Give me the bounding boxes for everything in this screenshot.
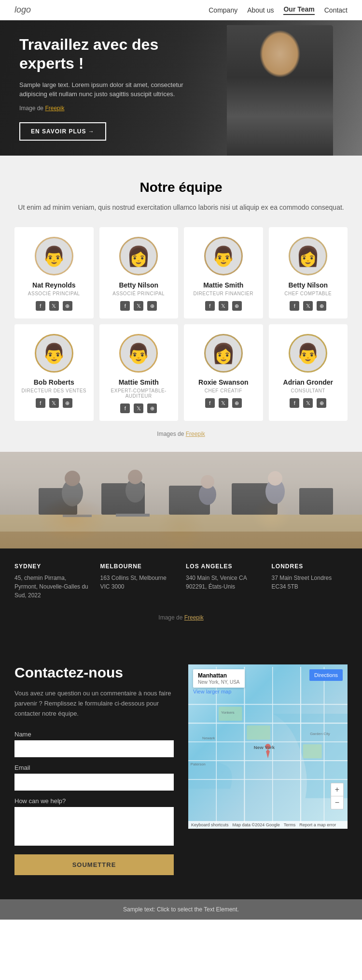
instagram-icon[interactable]: ⊕ xyxy=(232,301,242,311)
map-zoom-in[interactable]: + xyxy=(331,783,343,796)
avatar-circle: 👩 xyxy=(119,237,158,275)
facebook-icon[interactable]: f xyxy=(205,301,215,311)
facebook-icon[interactable]: f xyxy=(36,301,45,311)
member-name: Mattie Smith xyxy=(119,378,159,386)
twitter-icon[interactable]: 𝕏 xyxy=(303,301,313,311)
twitter-icon[interactable]: 𝕏 xyxy=(49,301,59,311)
svg-rect-7 xyxy=(299,488,333,515)
social-icons: f 𝕏 ⊕ xyxy=(36,398,72,408)
facebook-icon[interactable]: f xyxy=(36,398,45,408)
svg-rect-17 xyxy=(116,514,150,517)
nav-company[interactable]: Company xyxy=(209,6,237,14)
member-name: Roxie Swanson xyxy=(198,378,248,386)
nav-ourteam[interactable]: Our Team xyxy=(283,5,314,15)
hero-section: Travaillez avec des experts ! Sample lar… xyxy=(0,20,362,156)
nav-contact[interactable]: Contact xyxy=(324,6,348,14)
email-field-group: Email xyxy=(14,764,174,791)
email-label: Email xyxy=(14,764,174,771)
social-icons: f 𝕏 ⊕ xyxy=(205,398,242,408)
avatar-circle: 👨 xyxy=(289,334,327,373)
office-item: SYDNEY 45, chemin Pirrama, Pyrmont, Nouv… xyxy=(14,563,91,600)
hero-cta-button[interactable]: EN SAVOIR PLUS → xyxy=(19,122,106,141)
avatar-circle: 👨 xyxy=(35,237,73,275)
office-city: SYDNEY xyxy=(14,563,91,570)
member-name: Betty Nilson xyxy=(288,281,328,289)
name-label: Name xyxy=(14,731,174,738)
map-zoom-out[interactable]: − xyxy=(331,796,343,809)
svg-point-15 xyxy=(268,471,282,486)
map-footer: Keyboard shortcuts Map data ©2024 Google… xyxy=(188,821,348,829)
avatar-circle: 👩 xyxy=(289,237,327,275)
offices-grid: SYDNEY 45, chemin Pirrama, Pyrmont, Nouv… xyxy=(0,563,362,609)
svg-rect-1 xyxy=(0,515,362,534)
svg-rect-29 xyxy=(247,726,270,740)
footer-text: Sample text: Click to select the Text El… xyxy=(14,906,348,913)
instagram-icon[interactable]: ⊕ xyxy=(63,301,72,311)
instagram-icon[interactable]: ⊕ xyxy=(147,404,157,413)
message-textarea[interactable] xyxy=(14,807,174,846)
member-name: Nat Reynolds xyxy=(32,281,75,289)
social-icons: f 𝕏 ⊕ xyxy=(290,398,326,408)
facebook-icon[interactable]: f xyxy=(290,301,299,311)
member-role: CHEF CRÉATIF xyxy=(205,388,242,393)
twitter-icon[interactable]: 𝕏 xyxy=(219,398,228,408)
contact-map-area: New York Newark Yonkers Garden City Pate… xyxy=(188,664,348,875)
hero-credit: Image de Freepik xyxy=(19,104,183,113)
office-image xyxy=(0,452,362,548)
avatar-image: 👨 xyxy=(206,238,241,274)
team-subtitle: Ut enim ad minim veniam, quis nostrud ex… xyxy=(14,202,348,213)
twitter-icon[interactable]: 𝕏 xyxy=(219,301,228,311)
instagram-icon[interactable]: ⊕ xyxy=(317,398,326,408)
twitter-icon[interactable]: 𝕏 xyxy=(134,404,143,413)
contact-section: Contactez-nous Vous avez une question ou… xyxy=(0,645,362,899)
member-role: CHEF COMPTABLE xyxy=(284,291,332,296)
avatar-image: 👨 xyxy=(290,335,326,371)
map-container: New York Newark Yonkers Garden City Pate… xyxy=(188,664,348,829)
map-label: Manhattan New York, NY, USA xyxy=(193,669,245,688)
facebook-icon[interactable]: f xyxy=(120,301,130,311)
team-title: Notre équipe xyxy=(14,180,348,195)
member-name: Bob Roberts xyxy=(34,378,74,386)
svg-point-9 xyxy=(65,471,80,486)
hero-content: Travaillez avec des experts ! Sample lar… xyxy=(0,20,203,156)
team-credit-link[interactable]: Freepik xyxy=(186,431,205,437)
email-input[interactable] xyxy=(14,774,174,791)
member-role: ASSOCIÉ PRINCIPAL xyxy=(112,291,165,296)
instagram-icon[interactable]: ⊕ xyxy=(232,398,242,408)
contact-title: Contactez-nous xyxy=(14,664,174,681)
team-card: 👩 Betty Nilson CHEF COMPTABLE f 𝕏 ⊕ xyxy=(269,227,348,318)
facebook-icon[interactable]: f xyxy=(205,398,215,408)
twitter-icon[interactable]: 𝕏 xyxy=(49,398,59,408)
dark-credit-link[interactable]: Freepik xyxy=(184,614,204,621)
team-card: 👨 Adrian Gronder CONSULTANT f 𝕏 ⊕ xyxy=(269,324,348,421)
map-directions-button[interactable]: Directions xyxy=(309,669,343,681)
member-role: CONSULTANT xyxy=(291,388,325,393)
instagram-icon[interactable]: ⊕ xyxy=(63,398,72,408)
map-zoom-controls: + − xyxy=(331,783,344,809)
instagram-icon[interactable]: ⊕ xyxy=(147,301,157,311)
member-name: Betty Nilson xyxy=(119,281,158,289)
facebook-icon[interactable]: f xyxy=(290,398,299,408)
avatar-image: 👩 xyxy=(290,238,326,274)
office-address: 163 Collins St, Melbourne VIC 3000 xyxy=(100,574,177,591)
nav-about[interactable]: About us xyxy=(247,6,274,14)
facebook-icon[interactable]: f xyxy=(120,404,130,413)
member-role: DIRECTEUR DES VENTES xyxy=(22,388,86,393)
twitter-icon[interactable]: 𝕏 xyxy=(134,301,143,311)
social-icons: f 𝕏 ⊕ xyxy=(120,301,157,311)
office-item: LONDRES 37 Main Street Londres EC34 5TB xyxy=(272,563,348,600)
map-view-larger-link[interactable]: View larger map xyxy=(193,689,231,694)
office-item: MELBOURNE 163 Collins St, Melbourne VIC … xyxy=(100,563,177,600)
svg-point-11 xyxy=(128,470,142,484)
nav-links: Company About us Our Team Contact xyxy=(209,5,348,15)
instagram-icon[interactable]: ⊕ xyxy=(317,301,326,311)
twitter-icon[interactable]: 𝕏 xyxy=(303,398,313,408)
svg-text:Newark: Newark xyxy=(202,736,215,741)
hero-credit-link[interactable]: Freepik xyxy=(45,105,64,112)
name-input[interactable] xyxy=(14,740,174,757)
office-city: LONDRES xyxy=(272,563,348,570)
office-address: 37 Main Street Londres EC34 5TB xyxy=(272,574,348,591)
dark-credit: Image de Freepik xyxy=(0,609,362,626)
submit-button[interactable]: SOUMETTRE xyxy=(14,854,174,875)
avatar-circle: 👩 xyxy=(204,334,243,373)
